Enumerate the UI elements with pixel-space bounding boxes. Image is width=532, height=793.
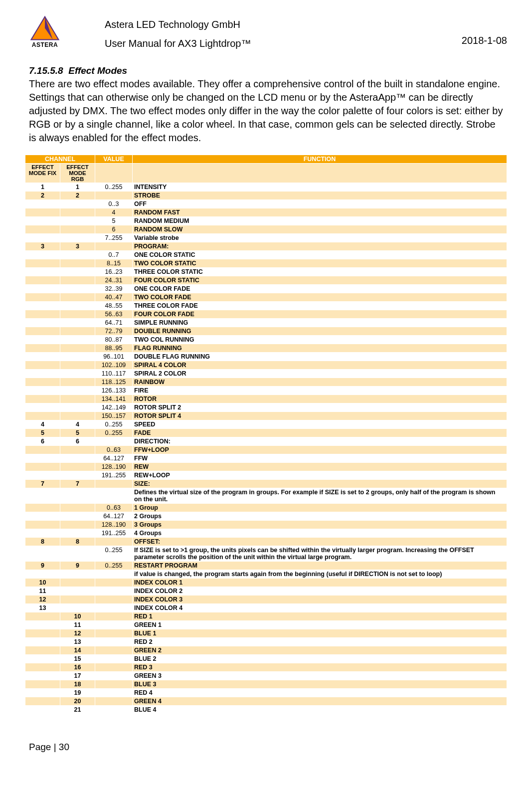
cell-rgb [60, 327, 95, 336]
table-row: 0..7ONE COLOR STATIC [25, 251, 507, 259]
cell-value: 0..63 [95, 446, 133, 454]
cell-function: REW+LOOP [133, 471, 507, 480]
cell-fix [25, 663, 60, 672]
table-row: Defines the virtual size of the program … [25, 488, 507, 504]
cell-fix [25, 672, 60, 680]
cell-fix [25, 621, 60, 629]
cell-fix [25, 217, 60, 225]
table-row: 16RED 3 [25, 663, 507, 672]
cell-fix: 4 [25, 420, 60, 429]
section-number: 7.15.5.8 [29, 65, 63, 76]
cell-function: BLUE 3 [133, 680, 507, 689]
page-header: ASTERA Astera LED Technology GmbH User M… [25, 15, 507, 53]
table-row: 12INDEX COLOR 3 [25, 595, 507, 604]
table-row: 72..79DOUBLE RUNNING [25, 327, 507, 336]
cell-function: RANDOM MEDIUM [133, 217, 507, 225]
cell-function: 2 Groups [133, 512, 507, 521]
cell-rgb [60, 395, 95, 403]
cell-value [95, 663, 133, 672]
cell-function: STROBE [133, 192, 507, 200]
table-row: 142..149ROTOR SPLIT 2 [25, 403, 507, 412]
cell-rgb [60, 251, 95, 259]
table-row: 440..255SPEED [25, 420, 507, 429]
cell-function: ONE COLOR FADE [133, 285, 507, 293]
cell-fix [25, 259, 60, 268]
cell-value: 80..87 [95, 336, 133, 344]
cell-fix [25, 412, 60, 420]
cell-fix [25, 378, 60, 387]
cell-function: ROTOR SPLIT 4 [133, 412, 507, 420]
table-row: 56..63FOUR COLOR FADE [25, 310, 507, 319]
cell-value: 118..125 [95, 378, 133, 387]
cell-fix [25, 302, 60, 310]
col-channel: CHANNEL [25, 155, 95, 164]
cell-function: if value is changed, the program starts … [133, 570, 507, 579]
cell-rgb [60, 587, 95, 595]
table-header-row: CHANNEL VALUE FUNCTION [25, 155, 507, 164]
cell-rgb: 12 [60, 629, 95, 638]
cell-value [95, 646, 133, 655]
cell-function: RANDOM FAST [133, 208, 507, 217]
table-row: 6RANDOM SLOW [25, 225, 507, 234]
table-row: 12BLUE 1 [25, 629, 507, 638]
table-row: 128..1903 Groups [25, 521, 507, 529]
header-titles: Astera LED Technology GmbH User Manual f… [75, 15, 447, 53]
cell-value: 7..255 [95, 234, 133, 242]
cell-value: 0..255 [95, 429, 133, 437]
cell-fix [25, 706, 60, 714]
cell-function: OFF [133, 200, 507, 208]
col-function: FUNCTION [133, 155, 507, 164]
cell-value: 128..190 [95, 521, 133, 529]
cell-value: 4 [95, 208, 133, 217]
cell-value: 0..7 [95, 251, 133, 259]
cell-rgb [60, 217, 95, 225]
cell-value [95, 192, 133, 200]
cell-fix [25, 310, 60, 319]
cell-rgb: 4 [60, 420, 95, 429]
cell-fix [25, 529, 60, 538]
cell-function: BLUE 4 [133, 706, 507, 714]
cell-value [95, 587, 133, 595]
cell-rgb [60, 268, 95, 276]
cell-value: 24..31 [95, 276, 133, 285]
cell-function: OFFSET: [133, 538, 507, 546]
cell-rgb [60, 259, 95, 268]
table-row: 11GREEN 1 [25, 621, 507, 629]
cell-rgb: 8 [60, 538, 95, 546]
cell-function: PROGRAM: [133, 242, 507, 251]
cell-fix [25, 612, 60, 621]
cell-function: GREEN 2 [133, 646, 507, 655]
cell-value: 64..127 [95, 454, 133, 463]
col-effect-mode-rgb: EFFECT MODE RGB [60, 164, 95, 183]
cell-rgb: 9 [60, 562, 95, 570]
cell-fix: 8 [25, 538, 60, 546]
cell-fix [25, 268, 60, 276]
cell-fix [25, 251, 60, 259]
table-row: 16..23THREE COLOR STATIC [25, 268, 507, 276]
col-effect-mode-fix: EFFECT MODE FIX [25, 164, 60, 183]
cell-function: RESTART PROGRAM [133, 562, 507, 570]
cell-rgb [60, 529, 95, 538]
cell-function: TWO COLOR FADE [133, 293, 507, 302]
cell-rgb: 21 [60, 706, 95, 714]
page-footer: Page | 30 [29, 742, 507, 753]
table-row: 64..127FFW [25, 454, 507, 463]
table-row: 0..3OFF [25, 200, 507, 208]
table-row: 0..63FFW+LOOP [25, 446, 507, 454]
cell-function: THREE COLOR FADE [133, 302, 507, 310]
cell-function: FFW [133, 454, 507, 463]
cell-fix: 3 [25, 242, 60, 251]
cell-fix: 10 [25, 579, 60, 587]
cell-rgb [60, 604, 95, 612]
cell-function: FLAG RUNNING [133, 344, 507, 353]
cell-rgb [60, 512, 95, 521]
table-row: 5RANDOM MEDIUM [25, 217, 507, 225]
cell-function: SIZE: [133, 480, 507, 488]
cell-value: 88..95 [95, 344, 133, 353]
cell-value: 0..255 [95, 420, 133, 429]
cell-rgb [60, 310, 95, 319]
cell-function: TWO COLOR STATIC [133, 259, 507, 268]
table-row: 126..133FIRE [25, 387, 507, 395]
cell-function: FIRE [133, 387, 507, 395]
cell-rgb [60, 463, 95, 471]
